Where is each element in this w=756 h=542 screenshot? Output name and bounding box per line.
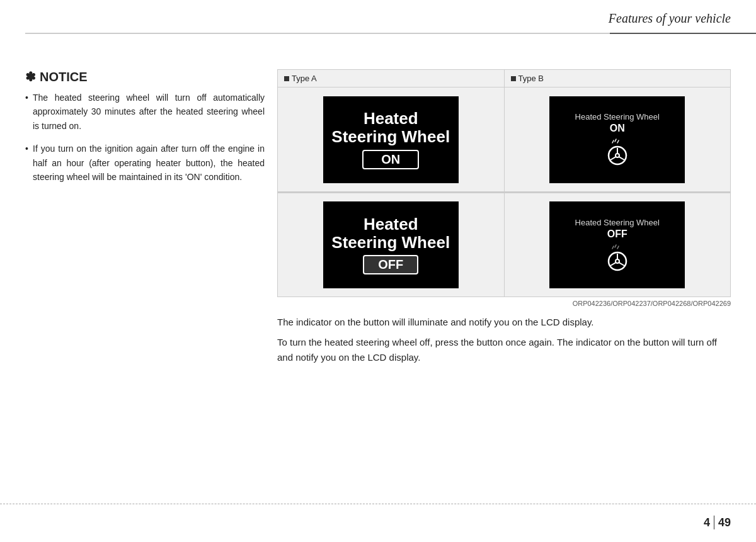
panels-bottom-row: Heated Steering Wheel OFF Heated Steerin… [277,192,731,297]
type-b-on-title: Heated Steering Wheel [575,112,660,121]
description-1: The indicator on the button will illumin… [277,315,731,330]
type-b-off-panel: Heated Steering Wheel OFF [549,201,685,288]
notice-list: The heated steering wheel will turn off … [25,91,265,184]
type-b-on-panel: Heated Steering Wheel ON [549,96,685,183]
notice-header: ✽ NOTICE [25,69,265,84]
svg-line-6 [610,157,616,160]
type-a-square-icon [284,76,289,81]
svg-line-14 [610,263,616,266]
description-2: To turn the heated steering wheel off, p… [277,335,731,365]
type-a-label-text: Type A [292,74,317,83]
notice-body: The heated steering wheel will turn off … [25,91,265,184]
steering-wheel-off-icon [602,242,633,273]
svg-line-7 [619,157,624,160]
type-a-on-panel: Heated Steering Wheel ON [323,96,459,183]
page-num: 49 [718,516,731,529]
type-a-off-image-area: Heated Steering Wheel OFF [278,193,504,296]
type-a-off-section: Heated Steering Wheel OFF [277,193,505,297]
type-b-on-image-area: Heated Steering Wheel ON [505,88,731,191]
svg-line-9 [615,245,616,247]
type-b-off-image-area: Heated Steering Wheel OFF [505,193,731,296]
type-a-off-line2: Steering Wheel [331,234,450,252]
type-b-section: Type B Heated Steering Wheel ON [505,69,731,192]
type-a-on-line1: Heated [364,110,418,128]
svg-point-4 [616,154,619,157]
type-b-off-status: OFF [607,229,627,240]
footer-line [0,504,756,504]
type-b-label-text: Type B [518,74,544,83]
svg-line-15 [619,263,624,266]
page-number: 4 49 [704,516,731,529]
type-a-off-line1: Heated [364,215,418,234]
notice-item-2: If you turn on the ignition again after … [25,142,265,184]
svg-line-1 [615,139,616,142]
type-a-off-button: OFF [363,255,418,274]
right-column: Type A Heated Steering Wheel ON Type B [277,69,731,365]
notice-section: ✽ NOTICE The heated steering wheel will … [25,69,265,193]
type-b-on-status: ON [610,123,625,134]
chapter-number: 4 [704,516,710,529]
type-a-on-button: ON [362,150,419,169]
svg-line-0 [612,140,614,143]
notice-item-1: The heated steering wheel will turn off … [25,91,265,133]
type-b-off-title: Heated Steering Wheel [575,218,660,227]
page-header: Features of your vehicle [0,0,756,26]
header-title: Features of your vehicle [609,11,731,26]
page-divider [714,516,714,529]
notice-star: ✽ [25,69,36,84]
svg-line-2 [617,140,619,143]
header-divider [25,33,756,34]
type-a-on-line2: Steering Wheel [331,128,450,146]
type-a-off-panel: Heated Steering Wheel OFF [323,201,459,288]
svg-point-12 [616,259,619,263]
svg-line-10 [617,246,619,249]
panels-top-row: Type A Heated Steering Wheel ON Type B [277,69,731,192]
type-a-section: Type A Heated Steering Wheel ON [277,69,505,192]
type-b-label: Type B [505,70,731,88]
reference-text: ORP042236/ORP042237/ORP042268/ORP042269 [277,297,731,311]
type-a-on-image-area: Heated Steering Wheel ON [278,88,504,191]
type-b-off-section: Heated Steering Wheel OFF [505,193,731,297]
type-b-square-icon [511,76,516,81]
notice-title: NOTICE [40,70,88,84]
steering-wheel-on-icon [602,137,633,167]
svg-line-8 [612,246,614,249]
panels-grid: Type A Heated Steering Wheel ON Type B [277,69,731,297]
type-a-label: Type A [278,70,504,88]
